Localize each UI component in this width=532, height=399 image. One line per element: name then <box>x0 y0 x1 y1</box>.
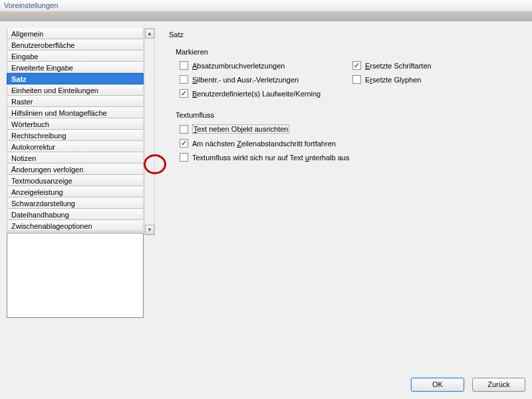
sidebar-item-label: Satz <box>11 75 27 83</box>
checkbox-zeilenabstand[interactable] <box>180 139 188 148</box>
category-list: Allgemein Benutzeroberfläche Eingabe Erw… <box>7 28 144 231</box>
sidebar-item-label: Textmodusanzeige <box>11 177 72 185</box>
sidebar-item-label: Eingabe <box>11 53 38 61</box>
sidebar-item-raster[interactable]: Raster <box>7 96 144 107</box>
label-neben-objekt: Text neben Objekt ausrichten <box>192 124 289 134</box>
group-markieren: Markieren Absatzumbruchverletzungen Erse… <box>176 48 525 98</box>
sidebar-item-hilfslinien[interactable]: Hilfslinien und Montagefläche <box>7 107 144 118</box>
sidebar-item-label: Zwischenablageoptionen <box>11 222 92 230</box>
dialog-footer: OK Zurück <box>0 374 532 399</box>
sidebar-item-label: Benutzeroberfläche <box>11 41 74 49</box>
sidebar-item-label: Rechtschreibung <box>11 132 66 140</box>
label-zeilenabstand: Am nächsten Zeilenabstandschritt fortfah… <box>192 140 336 148</box>
preview-area <box>7 233 144 318</box>
sidebar-item-dateihandhabung[interactable]: Dateihandhabung <box>7 209 144 220</box>
highlight-circle-annotation <box>144 154 166 174</box>
settings-panel: Satz Markieren Absatzumbruchverletzungen… <box>144 28 525 372</box>
checkbox-neben-objekt[interactable] <box>180 125 188 134</box>
sidebar-item-label: Einheiten und Einteilungen <box>11 86 98 94</box>
checkbox-ersetzte-glyphen[interactable] <box>352 75 361 84</box>
label-absatzumbruch: Absatzumbruchverletzungen <box>192 62 285 70</box>
window-title: Voreinstellungen <box>4 1 58 9</box>
back-button[interactable]: Zurück <box>472 378 525 392</box>
sidebar-item-allgemein[interactable]: Allgemein <box>7 28 144 39</box>
sidebar-item-einheiten[interactable]: Einheiten und Einteilungen <box>7 84 144 96</box>
sidebar-item-label: Wörterbuch <box>11 120 49 128</box>
label-unterhalb: Textumfluss wirkt sich nur auf Text unte… <box>192 154 349 162</box>
sidebar-item-schwarzdarstellung[interactable]: Schwarzdarstellung <box>7 198 144 209</box>
checkbox-ersetzte-schriftarten[interactable] <box>352 61 361 70</box>
checkbox-unterhalb[interactable] <box>180 153 188 162</box>
content-area: Allgemein Benutzeroberfläche Eingabe Erw… <box>0 23 532 372</box>
sidebar-item-satz[interactable]: Satz <box>7 73 144 84</box>
group-textumfluss: Textumfluss Text neben Objekt ausrichten… <box>176 111 525 162</box>
label-ersetzte-schriftarten: Ersetzte Schriftarten <box>365 62 432 70</box>
window-titlebar: Voreinstellungen <box>0 0 532 12</box>
sidebar-item-rechtschreibung[interactable]: Rechtschreibung <box>7 130 144 141</box>
group-title-textumfluss: Textumfluss <box>176 111 525 119</box>
sidebar-item-label: Dateihandhabung <box>11 211 69 219</box>
sidebar-item-eingabe[interactable]: Eingabe <box>7 51 144 62</box>
sidebar-item-textmodus[interactable]: Textmodusanzeige <box>7 175 144 186</box>
sidebar-item-label: Erweiterte Eingabe <box>11 64 73 72</box>
background-blur <box>0 12 532 21</box>
sidebar-item-erweiterte-eingabe[interactable]: Erweiterte Eingabe <box>7 62 144 73</box>
category-sidebar: Allgemein Benutzeroberfläche Eingabe Erw… <box>7 28 144 372</box>
group-title-markieren: Markieren <box>176 48 525 56</box>
sidebar-item-label: Hilfslinien und Montagefläche <box>11 109 107 117</box>
sidebar-item-benutzeroberflaeche[interactable]: Benutzeroberfläche <box>7 39 144 51</box>
label-laufweite: Benutzerdefinierte(s) Laufweite/Kerning <box>192 90 321 98</box>
panel-title: Satz <box>169 31 525 39</box>
sidebar-item-label: Allgemein <box>11 30 43 38</box>
label-silbentr: Silbentr.- und Ausr.-Verletzungen <box>192 76 299 84</box>
sidebar-item-label: Notizen <box>11 154 36 162</box>
checkbox-silbentr[interactable] <box>180 75 188 84</box>
sidebar-item-label: Raster <box>11 98 33 106</box>
sidebar-item-label: Anzeigeleistung <box>11 188 63 196</box>
checkbox-absatzumbruch[interactable] <box>180 61 188 70</box>
sidebar-item-label: Autokorrektur <box>11 143 55 151</box>
sidebar-item-zwischenablage[interactable]: Zwischenablageoptionen <box>7 220 144 231</box>
label-ersetzte-glyphen: Ersetzte Glyphen <box>365 76 421 84</box>
sidebar-item-woerterbuch[interactable]: Wörterbuch <box>7 118 144 130</box>
sidebar-item-label: Änderungen verfolgen <box>11 166 83 174</box>
checkbox-laufweite[interactable] <box>180 89 188 98</box>
sidebar-item-label: Schwarzdarstellung <box>11 200 75 207</box>
sidebar-item-aenderungen[interactable]: Änderungen verfolgen <box>7 164 144 175</box>
sidebar-item-notizen[interactable]: Notizen <box>7 152 144 164</box>
sidebar-item-autokorrektur[interactable]: Autokorrektur <box>7 141 144 152</box>
ok-button[interactable]: OK <box>411 378 464 392</box>
sidebar-item-anzeigeleistung[interactable]: Anzeigeleistung <box>7 186 144 198</box>
